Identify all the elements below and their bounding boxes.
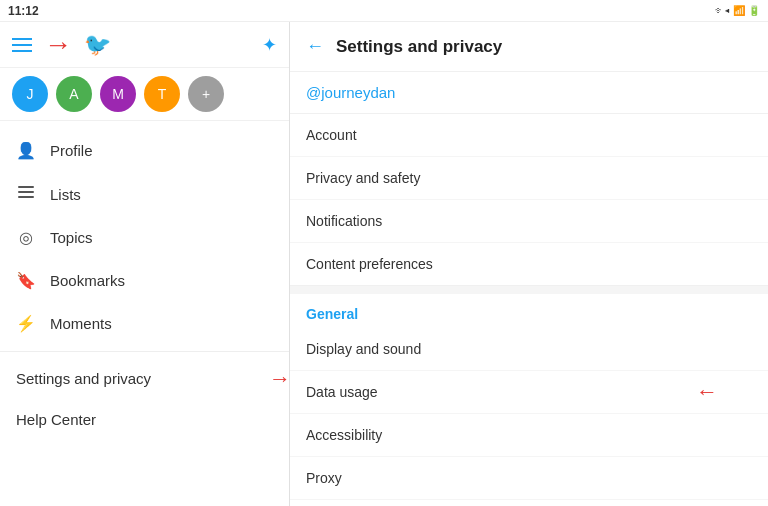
sparkle-icon: ✦ bbox=[262, 34, 277, 56]
avatar-3: M bbox=[100, 76, 136, 112]
svg-rect-0 bbox=[18, 186, 34, 188]
moments-icon: ⚡ bbox=[16, 314, 36, 333]
avatar-5: + bbox=[188, 76, 224, 112]
settings-item-privacy[interactable]: Privacy and safety bbox=[290, 157, 768, 200]
nav-label-bookmarks: Bookmarks bbox=[50, 272, 125, 289]
settings-item-account[interactable]: Account bbox=[290, 114, 768, 157]
network-icon: ᯤ◀ bbox=[715, 5, 730, 16]
hamburger-line-1 bbox=[12, 38, 32, 40]
red-arrow-right-icon: → bbox=[269, 366, 289, 392]
settings-item-privacy-label: Privacy and safety bbox=[306, 170, 420, 186]
nav-item-lists[interactable]: Lists bbox=[0, 172, 289, 216]
red-arrow-left-icon: → bbox=[44, 31, 72, 59]
settings-item-proxy-label: Proxy bbox=[306, 470, 342, 486]
nav-item-topics[interactable]: ◎ Topics bbox=[0, 216, 289, 259]
nav-label-settings: Settings and privacy bbox=[16, 370, 151, 387]
avatar-1: J bbox=[12, 76, 48, 112]
nav-label-topics: Topics bbox=[50, 229, 93, 246]
nav-item-settings[interactable]: Settings and privacy → bbox=[0, 358, 289, 399]
avatar-row: J A M T + bbox=[0, 68, 289, 121]
settings-item-account-label: Account bbox=[306, 127, 357, 143]
nav-label-profile: Profile bbox=[50, 142, 93, 159]
settings-item-notifications-label: Notifications bbox=[306, 213, 382, 229]
nav-item-profile[interactable]: 👤 Profile bbox=[0, 129, 289, 172]
main-layout: → 🐦 ✦ J A M T + 👤 Profile bbox=[0, 22, 768, 506]
nav-item-help[interactable]: Help Center bbox=[0, 399, 289, 440]
settings-item-datausage-label: Data usage bbox=[306, 384, 378, 400]
nav-divider bbox=[0, 351, 289, 352]
settings-item-data-usage[interactable]: Data usage ← bbox=[290, 371, 768, 414]
bookmarks-icon: 🔖 bbox=[16, 271, 36, 290]
red-arrow-data-usage-icon: ← bbox=[696, 379, 718, 405]
settings-item-proxy[interactable]: Proxy bbox=[290, 457, 768, 500]
profile-icon: 👤 bbox=[16, 141, 36, 160]
avatar-4: T bbox=[144, 76, 180, 112]
nav-menu: 👤 Profile Lists ◎ Topics 🔖 bbox=[0, 121, 289, 506]
settings-item-about[interactable]: About Twitter bbox=[290, 500, 768, 506]
general-section: Display and sound Data usage ← Accessibi… bbox=[290, 328, 768, 506]
settings-title: Settings and privacy bbox=[336, 37, 502, 57]
nav-label-help: Help Center bbox=[16, 411, 96, 428]
svg-rect-1 bbox=[18, 191, 34, 193]
hamburger-line-2 bbox=[12, 44, 32, 46]
topics-icon: ◎ bbox=[16, 228, 36, 247]
settings-item-display-label: Display and sound bbox=[306, 341, 421, 357]
avatar-2: A bbox=[56, 76, 92, 112]
general-label: General bbox=[290, 294, 768, 328]
phone-header: → 🐦 ✦ bbox=[0, 22, 289, 68]
settings-item-accessibility-label: Accessibility bbox=[306, 427, 382, 443]
settings-item-content-label: Content preferences bbox=[306, 256, 433, 272]
hamburger-button[interactable] bbox=[12, 38, 32, 52]
left-panel: → 🐦 ✦ J A M T + 👤 Profile bbox=[0, 22, 290, 506]
right-panel: ← Settings and privacy @journeydan Accou… bbox=[290, 22, 768, 506]
section-divider bbox=[290, 286, 768, 294]
nav-label-lists: Lists bbox=[50, 186, 81, 203]
nav-item-moments[interactable]: ⚡ Moments bbox=[0, 302, 289, 345]
status-time: 11:12 bbox=[8, 4, 39, 18]
back-arrow-icon[interactable]: ← bbox=[306, 36, 324, 57]
status-icons: ᯤ◀ 📶 🔋 bbox=[715, 5, 760, 16]
settings-item-notifications[interactable]: Notifications bbox=[290, 200, 768, 243]
lists-icon bbox=[16, 184, 36, 204]
nav-item-bookmarks[interactable]: 🔖 Bookmarks bbox=[0, 259, 289, 302]
hamburger-line-3 bbox=[12, 50, 32, 52]
nav-label-moments: Moments bbox=[50, 315, 112, 332]
battery-icon: 🔋 bbox=[748, 5, 760, 16]
twitter-logo: 🐦 bbox=[84, 32, 111, 58]
settings-item-content[interactable]: Content preferences bbox=[290, 243, 768, 285]
settings-header: ← Settings and privacy bbox=[290, 22, 768, 72]
settings-item-display[interactable]: Display and sound bbox=[290, 328, 768, 371]
settings-username[interactable]: @journeydan bbox=[290, 72, 768, 114]
account-section: Account Privacy and safety Notifications… bbox=[290, 114, 768, 286]
svg-rect-2 bbox=[18, 196, 34, 198]
wifi-icon: 📶 bbox=[733, 5, 745, 16]
settings-item-accessibility[interactable]: Accessibility bbox=[290, 414, 768, 457]
status-bar: 11:12 ᯤ◀ 📶 🔋 bbox=[0, 0, 768, 22]
